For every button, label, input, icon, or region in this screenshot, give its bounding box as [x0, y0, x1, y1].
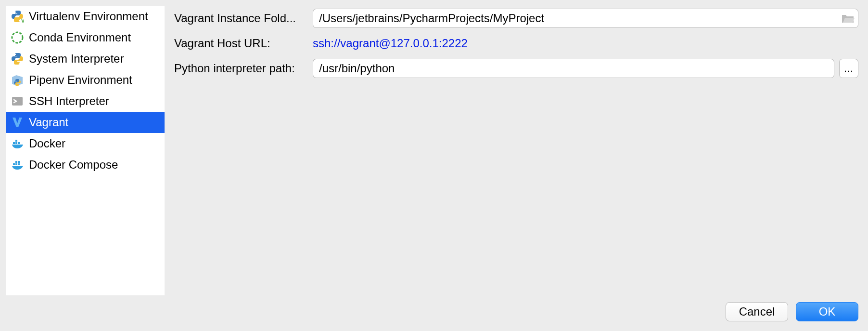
sidebar-item-label: Virtualenv Environment	[29, 10, 148, 23]
python-venv-icon: V	[11, 10, 24, 23]
svg-rect-8	[13, 142, 15, 144]
sidebar-item-pipenv[interactable]: Pipenv Environment	[6, 69, 165, 91]
python-icon	[11, 52, 24, 66]
sidebar-item-system[interactable]: System Interpreter	[6, 48, 165, 69]
browse-folder-icon[interactable]	[841, 13, 855, 24]
conda-icon	[11, 31, 24, 44]
svg-rect-15	[15, 161, 17, 163]
svg-rect-14	[18, 163, 20, 165]
svg-point-5	[15, 54, 16, 55]
docker-compose-icon	[11, 158, 24, 172]
interpreter-type-list: V Virtualenv Environment Conda Environme…	[6, 6, 165, 295]
sidebar-item-docker[interactable]: Docker	[6, 133, 165, 154]
row-host-url: Vagrant Host URL: ssh://vagrant@127.0.0.…	[174, 37, 858, 50]
sidebar-item-virtualenv[interactable]: V Virtualenv Environment	[6, 6, 165, 27]
sidebar-item-conda[interactable]: Conda Environment	[6, 27, 165, 48]
svg-text:V: V	[21, 18, 24, 23]
svg-rect-11	[15, 140, 17, 142]
ssh-icon	[11, 94, 24, 108]
svg-rect-13	[15, 163, 17, 165]
svg-rect-16	[18, 161, 20, 163]
host-url-label: Vagrant Host URL:	[174, 37, 308, 50]
instance-folder-label: Vagrant Instance Fold...	[174, 12, 308, 25]
sidebar-item-vagrant[interactable]: Vagrant	[6, 112, 165, 133]
browse-interpreter-button[interactable]: ...	[839, 59, 858, 78]
sidebar-item-docker-compose[interactable]: Docker Compose	[6, 154, 165, 175]
sidebar-item-ssh[interactable]: SSH Interpreter	[6, 91, 165, 112]
sidebar-item-label: Docker	[29, 137, 65, 150]
instance-folder-input[interactable]	[313, 9, 858, 28]
pipenv-icon	[11, 73, 24, 87]
svg-point-4	[12, 32, 23, 43]
sidebar-item-label: Vagrant	[29, 116, 68, 129]
sidebar-item-label: SSH Interpreter	[29, 94, 109, 108]
svg-rect-10	[18, 142, 20, 144]
host-url-value[interactable]: ssh://vagrant@127.0.0.1:2222	[313, 37, 468, 50]
row-instance-folder: Vagrant Instance Fold...	[174, 9, 858, 28]
row-interpreter-path: Python interpreter path: ...	[174, 59, 858, 78]
interpreter-path-input[interactable]	[313, 59, 834, 78]
docker-icon	[11, 137, 24, 150]
svg-rect-7	[12, 97, 23, 106]
svg-point-0	[15, 12, 16, 13]
svg-rect-12	[13, 163, 15, 165]
sidebar-item-label: Pipenv Environment	[29, 73, 132, 87]
interpreter-path-label: Python interpreter path:	[174, 62, 308, 75]
sidebar-item-label: Docker Compose	[29, 158, 118, 172]
ok-button[interactable]: OK	[796, 302, 858, 321]
vagrant-icon	[11, 116, 24, 129]
form-panel: Vagrant Instance Fold... Vagrant Host UR…	[165, 0, 868, 301]
svg-point-6	[19, 63, 20, 64]
cancel-button[interactable]: Cancel	[726, 302, 788, 321]
sidebar-item-label: Conda Environment	[29, 31, 131, 44]
svg-rect-9	[15, 142, 17, 144]
dialog-button-bar: Cancel OK	[0, 301, 868, 331]
sidebar-item-label: System Interpreter	[29, 52, 124, 66]
